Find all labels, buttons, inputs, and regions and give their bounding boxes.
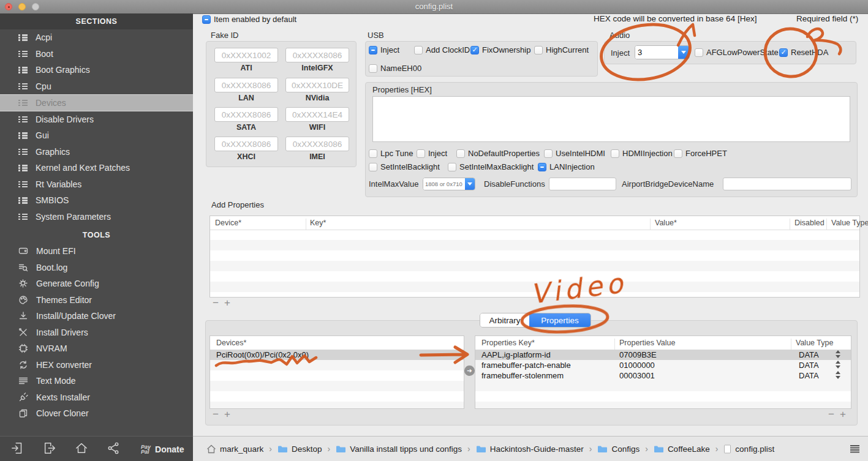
hdmiinjection-checkbox[interactable]: HDMIInjection [611, 149, 673, 158]
value-type-stepper[interactable] [836, 371, 841, 379]
list-menu-icon[interactable] [850, 445, 859, 452]
property-row[interactable]: framebuffer-stolenmem 00003001 DATA [475, 370, 851, 381]
breadcrumb-item[interactable]: Vanilla install tipps und configs [350, 444, 462, 454]
usb-addclockid-checkbox[interactable]: Add ClockID [414, 45, 470, 54]
nodefaultproperties-checkbox[interactable]: NoDefaultProperties [456, 149, 540, 158]
breadcrumb-item[interactable]: mark_quark [220, 444, 263, 454]
sidebar-item-kernel-kext-patches[interactable]: Kernel and Kext Patches [0, 160, 193, 176]
checkbox-box[interactable] [369, 64, 377, 73]
audio-inject-combobox[interactable] [635, 45, 690, 59]
checkbox-box[interactable] [414, 46, 423, 54]
fake-id-nvidia-input[interactable] [285, 78, 349, 92]
usb-fixownership-checkbox[interactable]: FixOwnership [470, 45, 530, 54]
fake-id-wifi-input[interactable] [285, 107, 349, 122]
remove-device-button[interactable]: − [211, 410, 221, 419]
checkbox-box[interactable] [369, 163, 377, 171]
column-device[interactable]: Device* [215, 219, 241, 227]
airportbridgedevicename-input[interactable] [723, 178, 851, 190]
sidebar-tool-install-drivers[interactable]: Install Drivers [0, 324, 193, 341]
chevron-down-icon[interactable] [678, 46, 689, 59]
checkbox-box[interactable] [695, 48, 703, 57]
add-device-button[interactable]: + [222, 410, 232, 419]
sidebar-item-cpu[interactable]: Cpu [0, 78, 193, 95]
breadcrumb-item[interactable]: config.plist [735, 444, 774, 454]
tab-arbitrary[interactable]: Arbitrary [480, 313, 529, 327]
donate-button[interactable]: Donate [155, 444, 184, 454]
sidebar-tool-install-update-clover[interactable]: Install/Update Clover [0, 308, 193, 324]
checkbox-box[interactable] [470, 46, 479, 54]
audio-inject-value-input[interactable] [635, 46, 678, 59]
chevron-down-icon[interactable] [465, 178, 475, 190]
sidebar-tool-generate-config[interactable]: Generate Config [0, 275, 193, 292]
sidebar-tool-clover-cloner[interactable]: Clover Cloner [0, 405, 193, 422]
sidebar-tool-themes-editor[interactable]: Themes Editor [0, 292, 193, 309]
column-devices[interactable]: Devices* [216, 339, 246, 347]
checkbox-box[interactable] [369, 149, 377, 158]
column-value-type[interactable]: Value Type [831, 219, 868, 227]
value-type-stepper[interactable] [836, 361, 841, 369]
breadcrumb-item[interactable]: Desktop [292, 444, 322, 454]
fake-id-sata-input[interactable] [214, 107, 278, 122]
checkbox-box[interactable] [448, 163, 456, 171]
column-properties-key[interactable]: Properties Key* [481, 339, 535, 347]
device-row[interactable]: PciRoot(0x0)/Pci(0x2,0x0) [210, 350, 464, 360]
sidebar-item-graphics[interactable]: Graphics [0, 144, 193, 160]
sidebar-tool-text-mode[interactable]: Text Mode [0, 373, 193, 389]
export-config-button[interactable] [43, 441, 56, 457]
sidebar-item-gui[interactable]: Gui [0, 127, 193, 144]
paypal-icon[interactable]: PayPal [141, 444, 151, 454]
add-property-button[interactable]: + [222, 298, 232, 308]
forcehpet-checkbox[interactable]: ForceHPET [674, 149, 727, 158]
breadcrumb-item[interactable]: Hackintosh-Guide-master [490, 444, 584, 454]
column-key[interactable]: Key* [310, 219, 326, 227]
setintelbacklight-checkbox[interactable]: SetIntelBacklight [369, 162, 440, 171]
fake-id-lan-input[interactable] [214, 78, 278, 92]
breadcrumb-item[interactable]: CoffeeLake [668, 444, 710, 454]
checkbox-box[interactable] [538, 163, 546, 171]
useintelhdmi-checkbox[interactable]: UseIntelHDMI [544, 149, 605, 158]
column-value-type[interactable]: Value Type [796, 339, 833, 347]
sidebar-tool-kexts-installer[interactable]: Kexts Installer [0, 389, 193, 406]
sidebar-item-smbios[interactable]: SMBIOS [0, 192, 193, 209]
usb-highcurrent-checkbox[interactable]: HighCurrent [534, 45, 589, 54]
sidebar-item-boot[interactable]: Boot [0, 46, 193, 62]
property-row[interactable]: AAPL,ig-platform-id 07009B3E DATA [475, 350, 851, 360]
home-button[interactable] [75, 441, 88, 457]
sidebar-item-system-parameters[interactable]: System Parameters [0, 209, 193, 225]
properties-hex-textarea[interactable] [372, 96, 850, 142]
audio-afglowpowerstate-checkbox[interactable]: AFGLowPowerState [695, 48, 779, 57]
tab-properties[interactable]: Properties [529, 313, 591, 327]
column-value[interactable]: Value* [655, 219, 677, 227]
setintelmaxbacklight-checkbox[interactable]: SetIntelMaxBacklight [448, 162, 534, 171]
sidebar-tool-hex-converter[interactable]: HEX converter [0, 357, 193, 373]
sidebar-item-boot-graphics[interactable]: Boot Graphics [0, 62, 193, 78]
checkbox-box[interactable] [534, 46, 543, 54]
sidebar-item-devices[interactable]: Devices [0, 94, 193, 111]
item-enabled-checkbox[interactable]: Item enabled by default [202, 15, 296, 24]
add-property-row-button[interactable]: + [838, 410, 848, 419]
fake-id-imei-input[interactable] [285, 137, 349, 151]
usb-nameeh00-checkbox[interactable]: NameEH00 [369, 64, 421, 73]
lpc-tune-checkbox[interactable]: Lpc Tune [369, 149, 413, 158]
remove-property-button[interactable]: − [211, 298, 221, 308]
fake-id-xhci-input[interactable] [214, 137, 278, 151]
sidebar-item-disable-drivers[interactable]: Disable Drivers [0, 111, 193, 128]
column-disabled[interactable]: Disabled [794, 219, 825, 227]
laninjection-checkbox[interactable]: LANInjection [538, 162, 595, 171]
intelmaxvalue-combobox[interactable] [423, 178, 475, 190]
import-config-button[interactable] [11, 441, 25, 457]
checkbox-box[interactable] [779, 48, 788, 57]
property-row[interactable]: framebuffer-patch-enable 01000000 DATA [475, 360, 851, 370]
checkbox-box[interactable] [611, 149, 619, 158]
column-properties-value[interactable]: Properties Value [619, 339, 676, 347]
usb-inject-checkbox[interactable]: Inject [369, 45, 399, 54]
audio-resethda-checkbox[interactable]: ResetHDA [779, 48, 828, 57]
checkbox-box[interactable] [674, 149, 682, 158]
intelmaxvalue-input[interactable] [423, 178, 465, 190]
disablefunctions-input[interactable] [549, 178, 616, 190]
value-type-stepper[interactable] [836, 350, 841, 358]
fake-id-ati-input[interactable] [214, 48, 278, 62]
sidebar-tool-mount-efi[interactable]: Mount EFI [0, 243, 193, 260]
checkbox-box[interactable] [369, 46, 377, 54]
checkbox-box[interactable] [202, 15, 211, 24]
